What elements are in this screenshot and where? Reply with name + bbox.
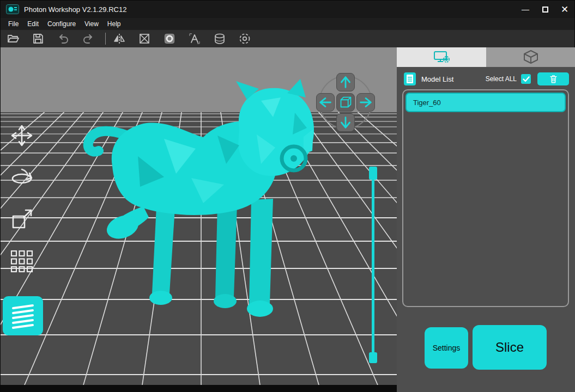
select-all-checkbox[interactable] (521, 74, 531, 84)
text-icon (188, 32, 201, 45)
nav-left-button[interactable] (316, 93, 335, 112)
delete-button[interactable] (537, 72, 569, 85)
redo-button[interactable] (80, 31, 96, 46)
move-tool-button[interactable] (8, 122, 35, 149)
undo-button[interactable] (55, 31, 71, 46)
slice-button-label: Slice (495, 340, 524, 355)
trash-icon (549, 75, 558, 83)
array-tool-icon (9, 248, 35, 274)
layers-tool-icon (9, 303, 37, 329)
nav-home-button[interactable] (336, 93, 355, 112)
save-icon (32, 32, 45, 45)
viewport-tools (8, 122, 35, 274)
nav-home-cube-icon (337, 93, 354, 112)
mirror-icon (113, 32, 126, 45)
menu-help[interactable]: Help (103, 20, 125, 28)
redo-icon (82, 32, 95, 45)
nav-down-arrow-icon (337, 113, 354, 132)
model-list-item[interactable]: Tiger_60 (405, 93, 566, 112)
settings-button[interactable]: Settings (425, 327, 468, 369)
rotate-tool-icon (9, 164, 35, 191)
layers-tool-button[interactable] (3, 296, 43, 335)
cylinder-button[interactable] (211, 31, 228, 46)
select-all-label: Select ALL (486, 75, 517, 83)
menu-edit[interactable]: Edit (23, 20, 43, 28)
slice-button[interactable]: Slice (473, 325, 547, 370)
menu-file[interactable]: File (4, 20, 23, 28)
viewport-3d[interactable] (1, 47, 397, 392)
rotate-tool-button[interactable] (8, 164, 35, 191)
main-toolbar (1, 30, 574, 47)
text-button[interactable] (186, 31, 203, 46)
check-icon (523, 76, 530, 82)
right-panel: Model List Select ALL Tig (397, 47, 575, 392)
cylinder-icon (213, 32, 226, 45)
menu-bar: File Edit Configure View Help (1, 18, 574, 30)
support-icon (238, 32, 251, 45)
nav-down-button[interactable] (336, 113, 355, 132)
mirror-button[interactable] (111, 31, 128, 46)
close-button[interactable]: ✕ (555, 1, 574, 18)
model-list: Tiger_60 (402, 89, 569, 307)
nav-right-button[interactable] (356, 93, 375, 112)
save-button[interactable] (30, 31, 46, 46)
split-icon (138, 32, 151, 45)
view-navigation-cross (316, 73, 375, 132)
move-tool-icon (9, 122, 35, 149)
title-bar: Photon Workshop V2.1.29.RC12 — ✕ (1, 1, 574, 18)
hollow-icon (163, 32, 176, 45)
nav-left-arrow-icon (317, 93, 334, 112)
open-icon (7, 32, 20, 45)
maximize-button[interactable] (535, 1, 555, 18)
undo-icon (57, 32, 70, 45)
settings-button-label: Settings (433, 344, 461, 352)
open-button[interactable] (5, 31, 21, 46)
scale-tool-icon (9, 206, 35, 232)
nav-up-button[interactable] (336, 73, 355, 91)
app-logo-icon (6, 4, 19, 14)
model-list-icon (403, 72, 416, 86)
window-title: Photon Workshop V2.1.29.RC12 (24, 5, 126, 14)
toolbar-separator (105, 33, 106, 45)
close-icon: ✕ (561, 4, 568, 15)
cube-wireframe-icon (523, 50, 538, 65)
z-slider-handle-bottom[interactable] (369, 352, 377, 363)
monitor-gear-icon (433, 50, 450, 65)
minimize-icon: — (522, 5, 529, 14)
window-controls: — ✕ (516, 1, 574, 18)
z-slider-track[interactable] (372, 172, 374, 357)
panel-tabs (397, 47, 575, 67)
model-list-title: Model List (421, 75, 453, 83)
scale-tool-button[interactable] (8, 206, 35, 232)
support-button[interactable] (237, 31, 253, 46)
tab-preview[interactable] (486, 47, 575, 67)
viewport-bottom-strip (1, 385, 397, 392)
model-list-header: Model List Select ALL (397, 71, 575, 87)
model-item-label: Tiger_60 (413, 99, 441, 107)
menu-configure[interactable]: Configure (43, 20, 80, 28)
minimize-button[interactable]: — (516, 1, 535, 18)
maximize-icon (542, 7, 548, 13)
nav-up-arrow-icon (337, 73, 354, 91)
menu-view[interactable]: View (80, 20, 103, 28)
z-slider-handle-top[interactable] (369, 167, 377, 180)
split-button[interactable] (136, 31, 153, 46)
tab-slice-settings[interactable] (397, 47, 486, 67)
nav-right-arrow-icon (357, 93, 374, 112)
hollow-button[interactable] (161, 31, 178, 46)
array-tool-button[interactable] (8, 248, 35, 274)
app-window: Photon Workshop V2.1.29.RC12 — ✕ File Ed… (0, 0, 575, 392)
